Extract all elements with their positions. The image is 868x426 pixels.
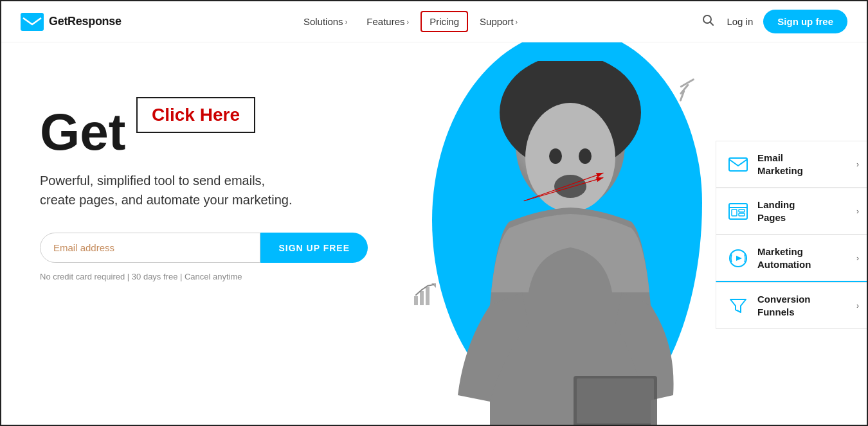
svg-rect-0	[21, 13, 44, 31]
nav-features[interactable]: Features ›	[359, 12, 417, 31]
marketing-automation-icon	[728, 248, 748, 269]
shimmer-decoration	[680, 81, 696, 107]
email-card-chevron-icon: ›	[856, 160, 859, 169]
nav-pricing[interactable]: Pricing	[420, 11, 468, 32]
landing-pages-label: Landing Pages	[757, 199, 795, 224]
signup-form-button[interactable]: SIGN UP FREE	[260, 233, 368, 263]
svg-marker-14	[431, 283, 436, 288]
conversion-funnels-icon	[728, 296, 748, 316]
main-nav: Solutions › Features › Pricing Support ›	[296, 11, 525, 32]
funnels-card-chevron-icon: ›	[856, 301, 859, 310]
svg-rect-10	[577, 378, 654, 423]
search-button[interactable]	[700, 12, 716, 31]
signup-header-button[interactable]: Sign up free	[763, 10, 847, 33]
landing-pages-icon	[728, 201, 748, 222]
feature-card-landing[interactable]: Landing Pages ›	[716, 188, 867, 235]
email-input[interactable]	[40, 233, 260, 263]
conversion-funnels-label: Conversion Funnels	[757, 293, 811, 318]
right-section: Email Marketing › Landing Pages ›	[716, 42, 867, 426]
features-chevron-icon: ›	[407, 18, 410, 26]
landing-card-chevron-icon: ›	[856, 207, 859, 216]
svg-rect-23	[739, 209, 745, 212]
svg-point-8	[579, 148, 592, 164]
click-here-label: Click Here	[152, 105, 240, 125]
chart-icon	[413, 283, 437, 312]
svg-marker-26	[736, 256, 742, 261]
nav-solutions[interactable]: Solutions ›	[296, 12, 355, 31]
feature-card-funnels[interactable]: Conversion Funnels ›	[716, 282, 867, 329]
center-section	[400, 42, 716, 426]
logo-text: GetResponse	[49, 15, 122, 28]
email-form: SIGN UP FREE	[40, 233, 368, 263]
svg-rect-22	[732, 209, 737, 216]
automation-card-chevron-icon: ›	[856, 254, 859, 263]
click-here-annotation: Click Here	[136, 97, 255, 133]
fine-print: No credit card required | 30 days free |…	[40, 272, 368, 281]
solutions-chevron-icon: ›	[345, 18, 348, 26]
svg-rect-11	[414, 296, 418, 305]
svg-line-2	[710, 22, 713, 25]
login-link[interactable]: Log in	[727, 16, 753, 27]
svg-rect-13	[426, 287, 429, 305]
email-marketing-label: Email Marketing	[757, 152, 803, 177]
feature-card-email[interactable]: Email Marketing ›	[716, 141, 867, 188]
hero-subtitle: Powerful, simplified tool to send emails…	[40, 171, 361, 209]
search-icon	[702, 14, 714, 26]
svg-point-1	[703, 15, 711, 23]
email-marketing-icon	[728, 154, 748, 175]
svg-point-6	[554, 175, 586, 198]
svg-rect-19	[729, 158, 747, 171]
nav-actions: Log in Sign up free	[700, 10, 847, 33]
main-content: Click Here Get Powerful, simplified tool…	[1, 42, 867, 426]
logo[interactable]: GetResponse	[21, 13, 122, 31]
svg-rect-12	[420, 291, 424, 305]
person-figure	[445, 61, 689, 426]
nav-support[interactable]: Support ›	[472, 12, 525, 31]
header: GetResponse Solutions › Features › Prici…	[1, 1, 867, 42]
logo-icon	[21, 13, 44, 31]
svg-rect-24	[739, 213, 745, 216]
left-section: Click Here Get Powerful, simplified tool…	[1, 42, 400, 426]
marketing-automation-label: Marketing Automation	[757, 245, 811, 271]
feature-card-automation[interactable]: Marketing Automation ›	[716, 235, 867, 282]
svg-point-7	[549, 148, 562, 164]
support-chevron-icon: ›	[516, 18, 518, 26]
